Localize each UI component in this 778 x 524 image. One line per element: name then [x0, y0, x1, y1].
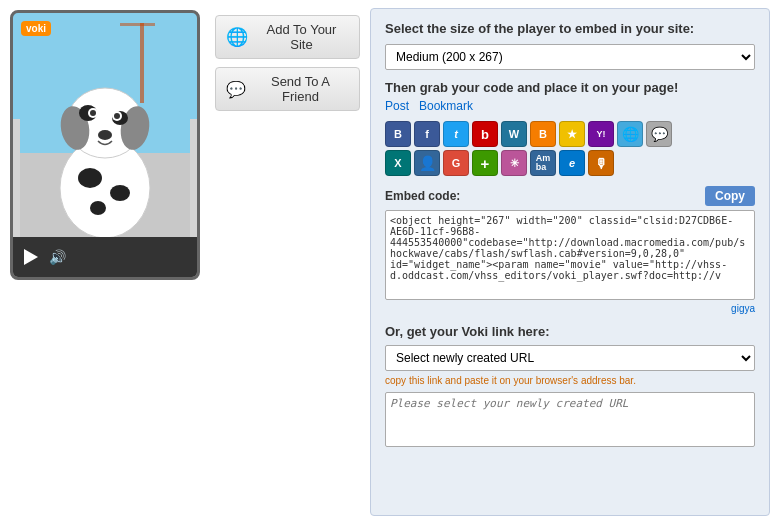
chat-bubble-icon: 💬	[226, 80, 246, 99]
google-icon[interactable]: G	[443, 150, 469, 176]
controls-bar: 🔊	[13, 237, 197, 277]
post-link[interactable]: Post	[385, 99, 409, 113]
size-select[interactable]: Small (100 x 133) Medium (200 x 267) Lar…	[385, 44, 755, 70]
svg-point-7	[90, 201, 106, 215]
globe-social-icon[interactable]: 🌐	[617, 121, 643, 147]
grab-code-text: Then grab your code and place it on your…	[385, 80, 755, 95]
social-row-1: B f t b W B ★ Y! 🌐 💬	[385, 121, 755, 147]
send-to-friend-label: Send To A Friend	[252, 74, 349, 104]
send-to-friend-button[interactable]: 💬 Send To A Friend	[215, 67, 360, 111]
play-triangle-icon	[24, 249, 38, 265]
bookmark-link[interactable]: Bookmark	[419, 99, 473, 113]
plus-icon[interactable]: +	[472, 150, 498, 176]
asterisk-icon[interactable]: ✳	[501, 150, 527, 176]
favorites-icon[interactable]: ★	[559, 121, 585, 147]
size-section-label: Select the size of the player to embed i…	[385, 21, 755, 36]
volume-icon: 🔊	[49, 249, 66, 265]
person-icon[interactable]: 👤	[414, 150, 440, 176]
embed-code-header: Embed code: Copy	[385, 186, 755, 206]
dog-image	[13, 13, 197, 243]
social-icons-grid: B f t b W B ★ Y! 🌐 💬 X 👤 G + ✳ Amba e 🎙	[385, 121, 755, 176]
middle-panel: 🌐 Add To Your Site 💬 Send To A Friend	[210, 0, 370, 524]
add-to-site-label: Add To Your Site	[254, 22, 349, 52]
svg-point-16	[114, 113, 120, 119]
podcast-icon[interactable]: 🎙	[588, 150, 614, 176]
url-select[interactable]: Select newly created URL Recent URL 1 Re…	[385, 345, 755, 371]
video-container: voki	[10, 10, 200, 280]
svg-point-17	[98, 130, 112, 140]
player-panel: voki	[0, 0, 210, 524]
embed-code-label: Embed code:	[385, 189, 460, 203]
svg-point-14	[90, 110, 96, 116]
xing-icon[interactable]: X	[385, 150, 411, 176]
gigya-link[interactable]: gigya	[385, 303, 755, 314]
copy-button[interactable]: Copy	[705, 186, 755, 206]
twitter-icon[interactable]: t	[443, 121, 469, 147]
bebo-icon[interactable]: b	[472, 121, 498, 147]
url-display-area[interactable]	[385, 392, 755, 447]
amba-icon[interactable]: Amba	[530, 150, 556, 176]
svg-point-6	[110, 185, 130, 201]
facebook-icon[interactable]: f	[414, 121, 440, 147]
voki-link-section: Or, get your Voki link here: Select newl…	[385, 324, 755, 450]
chat-social-icon[interactable]: 💬	[646, 121, 672, 147]
play-button[interactable]	[21, 247, 41, 267]
svg-rect-2	[140, 23, 144, 103]
add-to-site-button[interactable]: 🌐 Add To Your Site	[215, 15, 360, 59]
voki-badge: voki	[21, 21, 51, 36]
yahoo-icon[interactable]: Y!	[588, 121, 614, 147]
svg-rect-3	[120, 23, 155, 26]
copy-hint: copy this link and paste it on your brow…	[385, 375, 755, 386]
explorer-icon[interactable]: e	[559, 150, 585, 176]
voki-link-heading: Or, get your Voki link here:	[385, 324, 755, 339]
embed-panel: Select the size of the player to embed i…	[370, 8, 770, 516]
social-row-2: X 👤 G + ✳ Amba e 🎙	[385, 150, 755, 176]
svg-point-5	[78, 168, 102, 188]
wordpress-icon[interactable]: W	[501, 121, 527, 147]
embed-code-section: Embed code: Copy gigya	[385, 186, 755, 314]
blogger-icon[interactable]: B	[385, 121, 411, 147]
embed-code-textarea[interactable]	[385, 210, 755, 300]
post-bookmark-row: Post Bookmark	[385, 99, 755, 113]
size-select-container: Select the size of the player to embed i…	[385, 21, 755, 70]
blogger2-icon[interactable]: B	[530, 121, 556, 147]
globe-icon: 🌐	[226, 26, 248, 48]
